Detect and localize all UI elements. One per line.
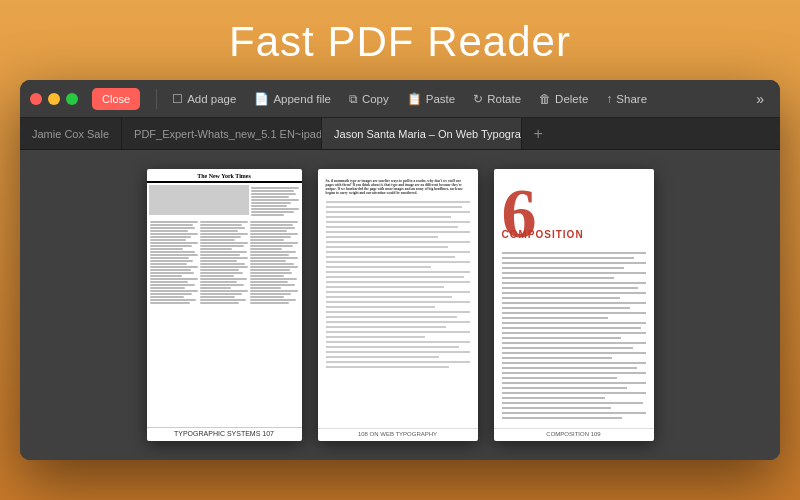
nyt-body bbox=[147, 183, 302, 308]
tab-3[interactable]: Jason Santa Maria – On Web Typogra... × bbox=[322, 118, 522, 149]
nyt-header: The New York Times bbox=[147, 169, 302, 183]
delete-icon: 🗑 bbox=[539, 92, 551, 106]
pdf-content: The New York Times bbox=[20, 150, 780, 460]
add-page-label: Add page bbox=[187, 93, 236, 105]
tab-2-label: PDF_Expert-Whats_new_5.1 EN~ipad bbox=[134, 128, 322, 140]
comp-text-content bbox=[502, 249, 646, 425]
add-page-button[interactable]: ☐ Add page bbox=[165, 89, 243, 109]
tab-3-label: Jason Santa Maria – On Web Typogra... bbox=[334, 128, 522, 140]
toolbar-divider-1 bbox=[156, 89, 157, 109]
window: Close ☐ Add page 📄 Append file ⧉ Copy 📋 … bbox=[20, 80, 780, 460]
share-label: Share bbox=[616, 93, 647, 105]
rotate-button[interactable]: ↻ Rotate bbox=[466, 89, 528, 109]
share-icon: ↑ bbox=[606, 92, 612, 106]
tab-1[interactable]: Jamie Cox Sale bbox=[20, 118, 122, 149]
tabs-bar: Jamie Cox Sale PDF_Expert-Whats_new_5.1 … bbox=[20, 118, 780, 150]
page-107-number: TYPOGRAPHIC SYSTEMS 107 bbox=[147, 427, 302, 437]
copy-icon: ⧉ bbox=[349, 92, 358, 106]
traffic-light-red[interactable] bbox=[30, 93, 42, 105]
page-108-content: So, if mammoth type or images are surefi… bbox=[318, 169, 478, 441]
delete-button[interactable]: 🗑 Delete bbox=[532, 89, 595, 109]
page-109-number: COMPOSITION 109 bbox=[494, 428, 654, 437]
tab-1-label: Jamie Cox Sale bbox=[32, 128, 109, 140]
pdf-page-109[interactable]: 6 COMPOSITION bbox=[494, 169, 654, 441]
paste-icon: 📋 bbox=[407, 92, 422, 106]
app-title: Fast PDF Reader bbox=[0, 0, 800, 80]
append-file-button[interactable]: 📄 Append file bbox=[247, 89, 338, 109]
append-file-icon: 📄 bbox=[254, 92, 269, 106]
traffic-lights bbox=[30, 93, 78, 105]
page-108-number: 108 ON WEB TYPOGRAPHY bbox=[318, 428, 478, 437]
copy-label: Copy bbox=[362, 93, 389, 105]
traffic-light-green[interactable] bbox=[66, 93, 78, 105]
delete-label: Delete bbox=[555, 93, 588, 105]
comp-title-text: COMPOSITION bbox=[502, 229, 584, 240]
append-file-label: Append file bbox=[273, 93, 331, 105]
copy-button[interactable]: ⧉ Copy bbox=[342, 89, 396, 109]
pdf-page-108[interactable]: So, if mammoth type or images are surefi… bbox=[318, 169, 478, 441]
rotate-label: Rotate bbox=[487, 93, 521, 105]
rotate-icon: ↻ bbox=[473, 92, 483, 106]
toolbar: Close ☐ Add page 📄 Append file ⧉ Copy 📋 … bbox=[20, 80, 780, 118]
add-page-icon: ☐ bbox=[172, 92, 183, 106]
pdf-page-107[interactable]: The New York Times bbox=[147, 169, 302, 441]
paste-button[interactable]: 📋 Paste bbox=[400, 89, 462, 109]
share-button[interactable]: ↑ Share bbox=[599, 89, 654, 109]
close-button[interactable]: Close bbox=[92, 88, 140, 110]
tab-2[interactable]: PDF_Expert-Whats_new_5.1 EN~ipad × bbox=[122, 118, 322, 149]
traffic-light-yellow[interactable] bbox=[48, 93, 60, 105]
more-button[interactable]: » bbox=[750, 91, 770, 107]
paste-label: Paste bbox=[426, 93, 455, 105]
tab-add[interactable]: + bbox=[522, 118, 554, 149]
